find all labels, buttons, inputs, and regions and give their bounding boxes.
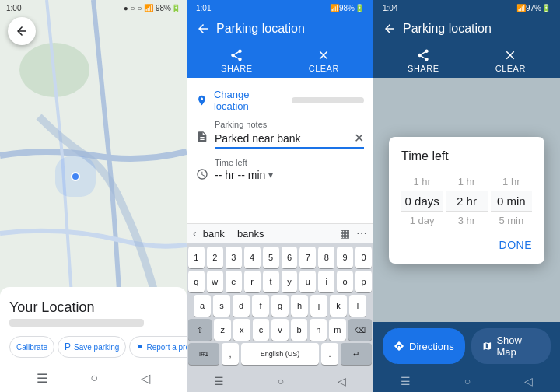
nav-bar-1: ☰ ○ ◁ [0,364,187,392]
autocomplete-word-1[interactable]: bank [203,228,225,240]
notes-container: Parking notes ✕ [215,120,364,149]
status-time-2: 1:01 [196,4,211,12]
key-j[interactable]: j [310,295,327,317]
key-m[interactable]: m [329,319,346,341]
key-8[interactable]: 8 [318,247,334,268]
minutes-selected[interactable]: 0 min [491,191,532,212]
time-picker-panel: 1:04 📶97%🔋 Parking location SHARE CLEAR … [373,0,560,392]
nav-back-icon-3[interactable]: ◁ [524,375,533,387]
key-d[interactable]: d [233,295,250,317]
back-arrow-icon-2[interactable] [196,22,210,36]
key-123[interactable]: !#1 [188,343,219,365]
key-2[interactable]: 2 [207,247,223,268]
directions-button[interactable]: Directions [383,328,465,364]
key-backspace[interactable]: ⌫ [348,319,372,341]
share-button-3[interactable]: SHARE [408,48,439,73]
key-0[interactable]: 0 [355,247,372,268]
change-location-link[interactable]: Change location [214,89,282,112]
show-map-button[interactable]: Show Map [471,328,551,364]
key-z[interactable]: z [214,319,231,341]
days-above: 1 hr [401,173,443,191]
report-chip[interactable]: ⚑ Report a prob [129,336,187,358]
time-label: Time left [215,158,364,167]
nav-back-icon-2[interactable]: ◁ [338,375,346,387]
picker-columns: 1 hr 0 days 1 day 1 hr 2 hr 3 hr 1 hr 0 … [401,173,532,229]
key-s[interactable]: s [213,295,230,317]
minutes-above: 1 hr [491,173,532,191]
back-arrow-icon-3[interactable] [383,22,397,36]
share-icon-3 [416,48,430,62]
key-o[interactable]: o [337,271,353,292]
key-comma[interactable]: , [222,343,239,365]
key-p[interactable]: p [355,271,372,292]
nav-home-icon-1[interactable]: ○ [90,371,98,385]
autocomplete-left-arrow[interactable]: ‹ [193,227,197,240]
key-shift[interactable]: ⇧ [188,319,212,341]
key-r[interactable]: r [244,271,261,292]
key-x[interactable]: x [233,319,250,341]
key-g[interactable]: g [271,295,289,317]
days-selected[interactable]: 0 days [401,191,443,212]
key-f[interactable]: f [252,295,269,317]
key-enter[interactable]: ↵ [341,343,372,365]
key-6[interactable]: 6 [282,247,298,268]
z-row: ⇧ z x c v b n m ⌫ [188,319,372,341]
nav-back-icon-1[interactable]: ◁ [141,371,150,386]
time-value: -- hr -- min [215,169,265,181]
key-w[interactable]: w [207,271,223,292]
nav-home-icon-3[interactable]: ○ [464,375,471,387]
key-y[interactable]: y [282,271,298,292]
key-c[interactable]: c [253,319,270,341]
header-title-row: Parking location [193,16,367,42]
clear-button-2[interactable]: CLEAR [309,48,339,73]
key-h[interactable]: h [291,295,308,317]
save-parking-chip[interactable]: P Save parking [58,336,126,358]
hours-selected[interactable]: 2 hr [446,191,487,212]
key-3[interactable]: 3 [226,247,242,268]
key-v[interactable]: v [271,319,289,341]
key-4[interactable]: 4 [244,247,261,268]
address-blur-2 [292,97,364,103]
autocomplete-more-icon[interactable]: ⋯ [356,227,367,240]
key-e[interactable]: e [226,271,242,292]
key-t[interactable]: t [263,271,279,292]
minutes-below: 5 min [491,212,532,229]
key-i[interactable]: i [318,271,334,292]
calibrate-chip[interactable]: Calibrate [9,336,54,358]
key-q[interactable]: q [188,271,205,292]
parking-notes-input[interactable] [215,132,354,145]
time-dropdown-arrow[interactable]: ▾ [268,170,273,180]
key-period[interactable]: . [321,343,338,365]
key-b[interactable]: b [291,319,308,341]
key-a[interactable]: a [194,295,211,317]
nav-home-icon-2[interactable]: ○ [278,375,284,387]
nav-menu-icon-2[interactable]: ☰ [214,375,224,387]
autocomplete-word-2[interactable]: banks [237,228,264,240]
clear-button-3[interactable]: CLEAR [495,48,526,73]
key-u[interactable]: u [299,271,316,292]
nav-menu-icon-3[interactable]: ☰ [401,375,411,387]
key-k[interactable]: k [330,295,347,317]
clock-icon [196,168,208,180]
share-button-2[interactable]: SHARE [221,48,252,73]
clear-input-icon[interactable]: ✕ [354,131,364,145]
keyboard-grid-icon[interactable]: ▦ [340,227,350,240]
notes-input-wrapper: ✕ [215,131,364,149]
key-9[interactable]: 9 [337,247,353,268]
status-bar-3: 1:04 📶97%🔋 [380,0,554,16]
share-label-3: SHARE [408,64,439,73]
parking-title: Parking location [216,22,305,36]
done-button[interactable]: DONE [499,239,532,251]
key-space[interactable]: English (US) [241,343,319,365]
autocomplete-icons: ▦ ⋯ [340,227,367,240]
a-row: a s d f g h j k l [188,295,372,317]
back-button-1[interactable] [8,17,36,45]
key-1[interactable]: 1 [188,247,205,268]
nav-menu-icon-1[interactable]: ☰ [37,371,47,386]
key-l[interactable]: l [349,295,366,317]
status-icons-2: 📶98%🔋 [330,4,364,12]
key-7[interactable]: 7 [299,247,316,268]
parking-notes-row: Parking notes ✕ [196,117,364,152]
key-5[interactable]: 5 [263,247,279,268]
key-n[interactable]: n [310,319,327,341]
